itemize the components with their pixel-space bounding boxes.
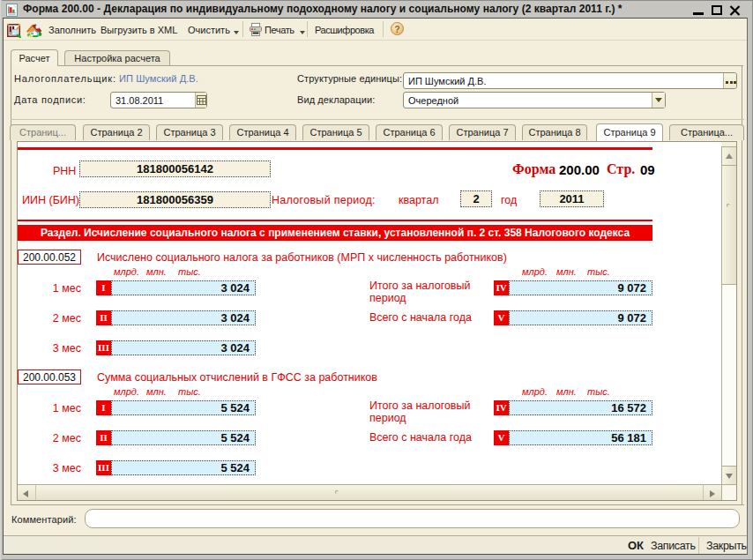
- svg-text:?: ?: [394, 24, 399, 34]
